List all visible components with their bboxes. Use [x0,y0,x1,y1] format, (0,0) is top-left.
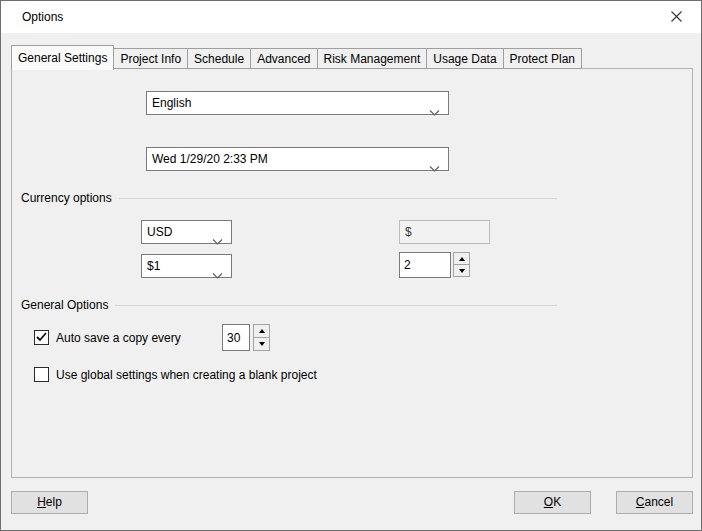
decimal-digits-spinner [453,252,470,277]
tab-risk-management[interactable]: Risk Management [317,48,428,69]
tab-schedule[interactable]: Schedule [187,48,251,69]
symbol-value: $ [405,225,412,239]
ok-button-label: K [553,495,561,509]
triangle-down-icon [459,269,465,273]
chevron-down-icon [212,264,223,286]
tab-usage-data[interactable]: Usage Data [426,48,503,69]
currency-options-group-header: Currency options [21,191,557,205]
chevron-down-icon [212,230,223,252]
autosave-minutes-spinner [253,324,270,351]
triangle-up-icon [459,257,465,261]
checkmark-icon [36,331,47,345]
tab-protect-plan[interactable]: Protect Plan [503,48,582,69]
language-combobox[interactable]: English [146,91,449,115]
options-dialog: Options General Settings Project Info Sc… [0,0,702,531]
chevron-down-icon [429,157,440,179]
autosave-checkbox-row[interactable]: Auto save a copy every [34,330,181,345]
close-icon [670,12,683,26]
tab-advanced[interactable]: Advanced [250,48,317,69]
currency-value: USD [147,225,172,239]
tab-page-panel [11,68,693,478]
dialog-title: Options [22,10,63,24]
date-format-value: Wed 1/29/20 2:33 PM [152,152,268,166]
language-value: English [152,96,191,110]
help-button[interactable]: Help [11,491,88,514]
cancel-button-label: ancel [644,495,673,509]
currency-combobox[interactable]: USD [141,220,232,244]
ok-button-accesskey: O [544,495,553,509]
decimal-digits-input[interactable] [399,252,451,278]
global-settings-checkbox[interactable] [34,367,49,382]
title-bar: Options [1,1,701,33]
symbol-field: $ [399,220,490,244]
group-divider [119,198,557,199]
cancel-button[interactable]: Cancel [616,491,693,514]
placement-value: $1 [147,259,160,273]
spin-down-button[interactable] [253,337,270,351]
spin-up-button[interactable] [253,324,270,338]
general-options-group-header: General Options [21,298,557,312]
tab-strip: General Settings Project Info Schedule A… [11,45,582,69]
date-format-combobox[interactable]: Wed 1/29/20 2:33 PM [146,147,449,171]
help-button-label: elp [46,495,62,509]
ok-button[interactable]: OK [514,491,591,514]
tab-general-settings[interactable]: General Settings [11,45,114,70]
help-button-accesskey: H [37,495,46,509]
global-settings-checkbox-row[interactable]: Use global settings when creating a blan… [34,367,317,382]
chevron-down-icon [429,101,440,123]
group-divider [115,305,557,306]
general-options-group-title: General Options [21,298,108,312]
spin-down-button[interactable] [453,264,470,277]
placement-combobox[interactable]: $1 [141,254,232,278]
global-settings-label: Use global settings when creating a blan… [56,368,317,382]
currency-options-group-title: Currency options [21,191,112,205]
triangle-down-icon [259,342,265,346]
autosave-checkbox[interactable] [34,330,49,345]
autosave-minutes-input[interactable] [222,324,250,351]
autosave-label: Auto save a copy every [56,331,181,345]
close-button[interactable] [664,10,688,26]
triangle-up-icon [259,329,265,333]
tab-project-info[interactable]: Project Info [113,48,188,69]
